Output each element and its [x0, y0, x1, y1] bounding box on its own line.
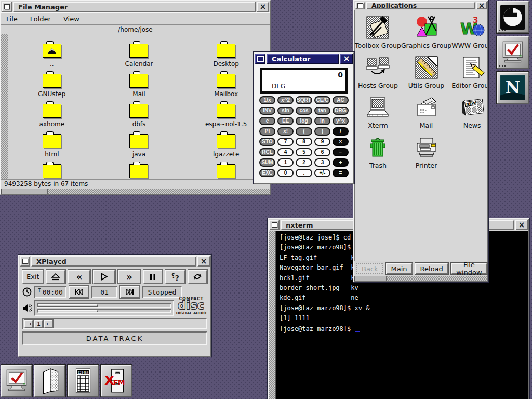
- play-button[interactable]: [93, 270, 115, 284]
- calc-key[interactable]: AC: [332, 96, 349, 104]
- folder-item[interactable]: ..: [8, 44, 96, 74]
- calc-key[interactable]: 3: [314, 158, 330, 167]
- folder-item[interactable]: axhome: [8, 104, 96, 134]
- calc-key[interactable]: +: [332, 158, 349, 167]
- program-forward-button[interactable]: →: [24, 320, 33, 328]
- volume-right-track[interactable]: [37, 309, 171, 313]
- calc-key[interactable]: EXC: [259, 169, 275, 177]
- app-item-www-group[interactable]: W 3 WWW Group: [451, 15, 487, 55]
- menu-view[interactable]: View: [63, 15, 79, 23]
- calc-key[interactable]: EE: [277, 117, 294, 125]
- folder-item[interactable]: Calendar: [96, 44, 183, 74]
- calc-key[interactable]: 2: [296, 158, 312, 167]
- calc-key[interactable]: 6: [314, 148, 330, 156]
- dock-box-button[interactable]: [34, 365, 65, 397]
- app-item-hosts-group[interactable]: Hosts Group: [355, 55, 401, 95]
- calc-key[interactable]: 4: [277, 148, 294, 156]
- close-button[interactable]: ×: [197, 256, 210, 267]
- calc-key[interactable]: ×: [332, 138, 349, 146]
- shuffle-button[interactable]: ??: [165, 270, 185, 284]
- menu-folder[interactable]: Folder: [30, 15, 51, 23]
- calc-key[interactable]: 1/x: [259, 96, 275, 104]
- calc-key[interactable]: SQRT: [296, 96, 312, 104]
- calc-key[interactable]: DRG: [332, 107, 349, 115]
- vertical-scrollbar[interactable]: [1, 34, 8, 179]
- calc-key[interactable]: 9: [314, 138, 330, 146]
- vertical-scrollbar[interactable]: [269, 231, 276, 399]
- exit-button[interactable]: Exit: [22, 270, 44, 284]
- calc-key[interactable]: 8: [296, 138, 312, 146]
- volume-left-track[interactable]: [37, 303, 171, 308]
- close-button[interactable]: ×: [340, 54, 353, 64]
- folder-item[interactable]: Mail: [96, 74, 183, 104]
- file-window-button[interactable]: File window: [451, 263, 487, 274]
- app-item-graphics-group[interactable]: Graphics Group: [401, 15, 451, 55]
- eject-button[interactable]: [46, 270, 65, 284]
- dock-calculator-button[interactable]: 123456: [68, 365, 99, 397]
- close-button[interactable]: ×: [257, 2, 269, 12]
- next-track-button[interactable]: [120, 286, 140, 298]
- calc-key[interactable]: +/-: [314, 169, 330, 177]
- calc-key[interactable]: e: [259, 117, 275, 125]
- app-item-utils-group[interactable]: Utils Group: [401, 55, 451, 95]
- folder-item[interactable]: GNUstep: [8, 74, 96, 104]
- calc-key[interactable]: x^2: [277, 96, 294, 104]
- volume-right-handle[interactable]: [38, 310, 98, 312]
- app-item-toolbox-group[interactable]: Toolbox Group: [355, 15, 401, 55]
- close-button[interactable]: ×: [515, 220, 528, 230]
- window-menu-button[interactable]: [2, 2, 12, 12]
- calc-key[interactable]: cos: [296, 107, 312, 115]
- calc-key[interactable]: 5: [296, 148, 312, 156]
- calc-key[interactable]: log: [296, 117, 312, 125]
- scrollbar-thumb[interactable]: [354, 276, 387, 281]
- program-track-button[interactable]: 1: [34, 320, 43, 328]
- app-item-editor-group[interactable]: Editor Group: [451, 55, 487, 95]
- calc-key[interactable]: ln: [314, 117, 330, 125]
- loop-button[interactable]: [188, 270, 207, 284]
- window-menu-button[interactable]: [355, 2, 365, 9]
- app-item-mail[interactable]: Mail: [401, 95, 451, 135]
- calc-key[interactable]: CE/C: [314, 96, 330, 104]
- dock-xcheck-button[interactable]: [497, 36, 529, 69]
- folder-item[interactable]: [8, 164, 96, 179]
- calc-key[interactable]: 7: [277, 138, 294, 146]
- volume-left-handle[interactable]: [38, 304, 98, 307]
- dock-wmaker-button[interactable]: [497, 1, 529, 33]
- folder-item[interactable]: dbfs: [96, 104, 183, 134]
- folder-item[interactable]: html: [8, 134, 96, 164]
- scrollbar-thumb[interactable]: [1, 189, 48, 194]
- horizontal-scrollbar[interactable]: [354, 276, 487, 281]
- app-item-trash[interactable]: Trash: [355, 135, 401, 175]
- window-menu-button[interactable]: [20, 256, 30, 267]
- rewind-button[interactable]: «: [68, 270, 90, 284]
- program-back-button[interactable]: ←: [44, 320, 53, 328]
- close-button[interactable]: ×: [476, 2, 487, 9]
- calc-key[interactable]: ): [314, 127, 330, 136]
- calc-key[interactable]: =: [332, 169, 349, 177]
- calc-key[interactable]: x!: [277, 127, 294, 136]
- window-menu-button[interactable]: [255, 54, 265, 64]
- main-button[interactable]: Main: [386, 263, 413, 274]
- dock-netscape-button[interactable]: N: [497, 72, 529, 104]
- pause-button[interactable]: [143, 270, 163, 284]
- back-button[interactable]: Back: [356, 263, 383, 274]
- app-item-printer[interactable]: Printer: [401, 135, 451, 175]
- calc-key[interactable]: .: [296, 169, 312, 177]
- window-menu-button[interactable]: [269, 220, 280, 230]
- fast-forward-button[interactable]: »: [118, 270, 140, 284]
- calc-key[interactable]: −: [332, 148, 349, 156]
- calc-key[interactable]: PI: [259, 127, 275, 136]
- calc-key[interactable]: sin: [277, 107, 294, 115]
- horizontal-scrollbar[interactable]: [1, 189, 270, 194]
- app-item-news[interactable]: NEWS News: [451, 95, 487, 135]
- volume-sliders[interactable]: [34, 300, 174, 316]
- app-item-xterm[interactable]: Xterm: [355, 95, 401, 135]
- calc-key[interactable]: (: [296, 127, 312, 136]
- calc-key[interactable]: 1: [277, 158, 294, 167]
- folder-item[interactable]: [96, 164, 183, 179]
- previous-track-button[interactable]: [69, 286, 89, 298]
- dock-xcheck-button[interactable]: [1, 365, 32, 397]
- calc-key[interactable]: RCL: [259, 148, 275, 156]
- calc-key[interactable]: SUM: [259, 158, 275, 167]
- folder-item[interactable]: java: [96, 134, 183, 164]
